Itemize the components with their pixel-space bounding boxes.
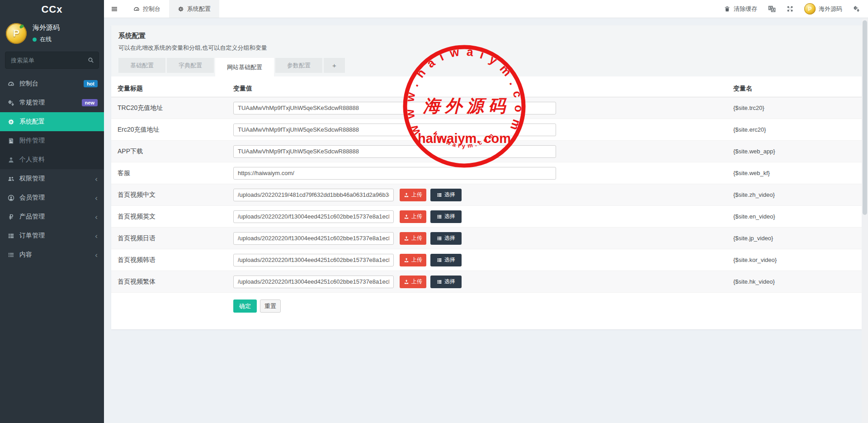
value-input[interactable] — [233, 254, 394, 266]
nav-tab-dashboard[interactable]: 控制台 — [125, 0, 169, 18]
chevron-left-icon: ‹ — [95, 213, 98, 221]
sidebar-item-dashboard[interactable]: 控制台hot — [0, 74, 104, 93]
panel-heading: 系统配置 可以在此增改系统的变量和分组,也可以自定义分组和变量 基础配置字典配置… — [111, 25, 862, 76]
sidebar-item-product[interactable]: 产品管理‹ — [0, 207, 104, 226]
row-title: 首页视频韩语 — [118, 256, 233, 264]
sidebar-item-attachment[interactable]: 附件管理 — [0, 131, 104, 150]
scrollbar[interactable] — [862, 18, 868, 423]
settings-button[interactable] — [853, 5, 860, 12]
gears-icon — [8, 100, 14, 106]
row-varname: {$site.kor_video} — [733, 257, 855, 263]
choose-button[interactable]: 选择 — [430, 254, 462, 266]
sidebar-item-profile[interactable]: 个人资料 — [0, 150, 104, 169]
sidebar-item-general[interactable]: 常规管理new — [0, 93, 104, 112]
sidebar-item-content[interactable]: 内容‹ — [0, 245, 104, 264]
value-input[interactable] — [233, 189, 394, 201]
navbar-username: 海外源码 — [819, 5, 842, 13]
online-status-dot — [33, 38, 37, 42]
panel-body: 变量标题 变量值 变量名 TRC20充值地址{$site.trc20}Erc20… — [111, 76, 862, 313]
sidebar-item-system-config[interactable]: 系统配置 — [0, 112, 104, 131]
upload-button[interactable]: 上传 — [400, 189, 426, 201]
row-title: Erc20充值地址 — [118, 126, 233, 134]
value-input[interactable] — [233, 124, 556, 136]
config-tab-basic[interactable]: 基础配置 — [118, 58, 165, 73]
row-varname: {$site.trc20} — [733, 105, 855, 111]
row-title: 客服 — [118, 169, 233, 177]
search-icon — [88, 57, 94, 63]
config-tab-dict[interactable]: 字典配置 — [167, 58, 214, 73]
sidebar-item-label: 个人资料 — [19, 156, 98, 164]
search-input[interactable] — [5, 52, 99, 69]
chevron-left-icon: ‹ — [95, 175, 98, 183]
scrollbar-thumb[interactable] — [863, 20, 867, 215]
reset-button[interactable]: 重置 — [260, 299, 281, 313]
value-input[interactable] — [233, 232, 394, 245]
config-tab-website[interactable]: 网站基础配置 — [215, 58, 274, 76]
sidebar-toggle-button[interactable] — [104, 0, 125, 18]
chevron-left-icon: ‹ — [95, 251, 98, 259]
config-row: TRC20充值地址{$site.trc20} — [111, 97, 862, 119]
sidebar-item-label: 产品管理 — [19, 213, 95, 221]
list-icon — [437, 279, 442, 285]
table-header: 变量标题 变量值 变量名 — [111, 76, 862, 97]
config-tab-params[interactable]: 参数配置 — [275, 58, 322, 73]
sidebar-item-order[interactable]: 订单管理‹ — [0, 226, 104, 245]
nav-tab-system-config[interactable]: 系统配置 — [169, 0, 219, 18]
user-status: 在线 — [40, 35, 52, 43]
sidebar-menu: 控制台hot常规管理new系统配置附件管理个人资料权限管理‹会员管理‹产品管理‹… — [0, 74, 104, 264]
value-input[interactable] — [233, 102, 556, 114]
user-menu[interactable]: P 海外源码 — [804, 3, 842, 14]
config-row: 首页视频中文上传选择{$site.zh_video} — [111, 184, 862, 206]
users-icon — [8, 176, 14, 182]
main-content: 系统配置 可以在此增改系统的变量和分组,也可以自定义分组和变量 基础配置字典配置… — [104, 18, 868, 423]
badge-hot: hot — [84, 80, 98, 87]
list-icon — [437, 236, 442, 241]
sidebar-item-label: 订单管理 — [19, 232, 95, 240]
choose-button[interactable]: 选择 — [430, 189, 462, 201]
value-input[interactable] — [233, 145, 556, 158]
value-input[interactable] — [233, 167, 556, 180]
table-rows: TRC20充值地址{$site.trc20}Erc20充值地址{$site.er… — [111, 97, 862, 293]
sidebar-item-auth[interactable]: 权限管理‹ — [0, 169, 104, 188]
gears-icon — [853, 5, 860, 12]
avatar: P — [804, 3, 816, 14]
chevron-left-icon: ‹ — [95, 232, 98, 240]
choose-button[interactable]: 选择 — [430, 276, 462, 288]
upload-button[interactable]: 上传 — [400, 254, 426, 266]
sidebar-item-member[interactable]: 会员管理‹ — [0, 188, 104, 207]
hamburger-icon — [111, 5, 118, 13]
value-input[interactable] — [233, 210, 394, 223]
config-tabs: 基础配置字典配置网站基础配置参数配置+ — [118, 58, 854, 76]
add-tab-button[interactable]: + — [324, 58, 345, 73]
trash-icon — [724, 5, 731, 12]
list-icon — [8, 252, 14, 258]
upload-button[interactable]: 上传 — [400, 276, 426, 288]
upload-icon — [404, 236, 409, 241]
config-row: APP下载{$site.web_app} — [111, 141, 862, 162]
language-button[interactable] — [768, 5, 776, 13]
avatar[interactable]: P — [6, 23, 27, 44]
nav-tab-label: 控制台 — [143, 5, 160, 13]
config-row: 首页视频韩语上传选择{$site.kor_video} — [111, 249, 862, 271]
sidebar-item-label: 系统配置 — [19, 118, 98, 126]
upload-button[interactable]: 上传 — [400, 232, 426, 245]
row-varname: {$site.en_video} — [733, 213, 855, 220]
brand-logo: CCx — [0, 0, 104, 19]
sidebar: CCx P 海外源码 在线 控制台hot常规管理new系统配置附件管理个人资料权… — [0, 0, 104, 423]
choose-button[interactable]: 选择 — [430, 232, 462, 245]
gear-icon — [8, 119, 14, 125]
row-title: TRC20充值地址 — [118, 104, 233, 112]
clear-cache-button[interactable]: 清除缓存 — [724, 5, 757, 13]
row-varname: {$site.erc20} — [733, 126, 855, 133]
submit-button[interactable]: 确定 — [233, 299, 257, 313]
nav-tab-label: 系统配置 — [187, 5, 211, 13]
upload-button[interactable]: 上传 — [400, 210, 426, 223]
choose-button[interactable]: 选择 — [430, 210, 462, 223]
upload-icon — [404, 192, 409, 198]
sidebar-item-label: 附件管理 — [19, 137, 98, 145]
sidebar-item-label: 常规管理 — [19, 99, 82, 107]
value-input[interactable] — [233, 276, 394, 288]
upload-icon — [404, 257, 409, 263]
row-varname: {$site.web_app} — [733, 148, 855, 155]
fullscreen-button[interactable] — [787, 5, 793, 12]
